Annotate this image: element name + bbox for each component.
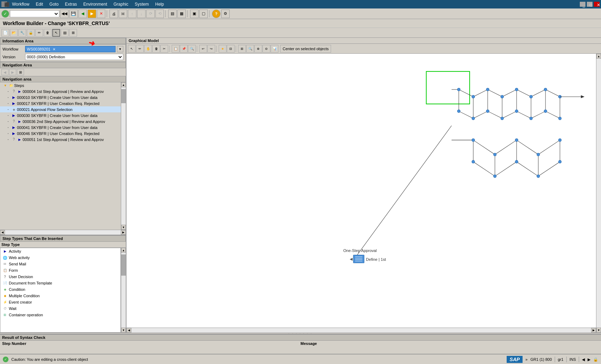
step-type-activity[interactable]: ▶ Activity: [0, 248, 120, 254]
g-zoom-btn[interactable]: 🔍: [246, 45, 254, 53]
forward-btn[interactable]: ▶: [88, 10, 96, 18]
save-btn[interactable]: 💾: [69, 10, 78, 18]
tree-item-7[interactable]: • ▶ 000046 SKYBFR | User Creation Req. R…: [0, 130, 121, 136]
find-btn[interactable]: H: [119, 10, 127, 18]
g-zoomin-btn[interactable]: ⊕: [254, 45, 262, 53]
scroll-up-btn[interactable]: ▲: [121, 82, 126, 87]
step-types-vscroll[interactable]: ▲ ▼: [121, 248, 126, 333]
rh-right[interactable]: ▶: [591, 328, 596, 333]
g-cut-btn[interactable]: ✂: [160, 45, 168, 53]
scroll-down-btn[interactable]: ▼: [121, 225, 126, 230]
menu-extras[interactable]: Extras: [62, 1, 80, 7]
back-btn[interactable]: ◀◀: [60, 10, 69, 18]
cancel-btn[interactable]: ✕: [97, 10, 105, 18]
menu-help[interactable]: Help: [152, 1, 167, 7]
status-nav-right[interactable]: ▶: [588, 357, 590, 362]
minimize-btn[interactable]: _: [580, 2, 585, 7]
menu-workflow[interactable]: Workflow: [9, 1, 32, 7]
tree-item-2[interactable]: • ▶ 000017 SKYBFR | User Creation Req. R…: [0, 100, 121, 106]
expand-btn[interactable]: ⊞: [69, 29, 77, 37]
hscroll-right[interactable]: ▶: [121, 230, 126, 235]
toolbar-select[interactable]: [10, 10, 59, 17]
g-undo-btn[interactable]: ↩: [199, 45, 207, 53]
nav-home-btn[interactable]: ⊞: [17, 69, 24, 75]
new-doc-btn[interactable]: 📄: [1, 29, 9, 37]
st-scroll-down[interactable]: ▼: [121, 328, 126, 333]
g-zoomout2-btn[interactable]: ⊖: [263, 45, 270, 53]
step-type-container[interactable]: ⊞ Container operation: [0, 312, 120, 318]
g-edit-btn[interactable]: ✏: [136, 45, 144, 53]
st-scroll-up[interactable]: ▲: [121, 248, 126, 253]
view-btn[interactable]: ▤: [61, 29, 69, 37]
tree-item-6[interactable]: • ▶ 000041 SKYBFR | Create User from Use…: [0, 124, 121, 130]
close-btn[interactable]: ✕: [594, 2, 600, 7]
step-type-user-decision[interactable]: ? User Decision: [0, 274, 120, 280]
tree-hscroll[interactable]: ◀ ▶: [0, 230, 126, 235]
version-select[interactable]: 0003 (0000) Definition: [25, 54, 123, 60]
g-select-btn[interactable]: ↖: [128, 45, 136, 53]
multi-btn[interactable]: ▣: [190, 10, 199, 18]
nav2-btn[interactable]: ↓: [137, 10, 146, 18]
back2-btn[interactable]: ◀: [78, 10, 87, 18]
menu-graphic[interactable]: Graphic: [111, 1, 131, 7]
config-btn[interactable]: ⚙: [221, 10, 230, 18]
g-zoom-out-btn[interactable]: ⊟: [227, 45, 235, 53]
step-type-form[interactable]: 📋 Form: [0, 267, 120, 274]
menu-system[interactable]: System: [132, 1, 152, 7]
tree-item-8[interactable]: • ? ▶ 000051 1st Step Approval | Review …: [0, 136, 121, 142]
g-overview-icon[interactable]: 📊: [271, 45, 278, 53]
workflow-input[interactable]: WS00389201 ✕: [25, 46, 116, 52]
tree-item-1[interactable]: • ▶ 000010 SKYBFR | Create User from Use…: [0, 94, 121, 100]
g-find-btn[interactable]: 🔍: [188, 45, 196, 53]
step-type-condition[interactable]: ◈ Condition: [0, 286, 120, 293]
tree-item-0[interactable]: • ? ▶ 000004 1st Step Approval | Review …: [0, 88, 121, 94]
maximize-btn[interactable]: □: [587, 2, 593, 7]
tree-scroll[interactable]: ▼ 📁 Steps • ? ▶ 000004 1st Step Approval…: [0, 82, 121, 230]
tree-item-3[interactable]: • ◆ 000021 Approval Flow Selection: [0, 106, 121, 112]
nav4-btn[interactable]: ⟲: [155, 10, 164, 18]
rv-down[interactable]: ▼: [596, 328, 601, 333]
g-redo-btn[interactable]: ↪: [207, 45, 215, 53]
nav1-btn[interactable]: ↑: [128, 10, 136, 18]
rh-left[interactable]: ◀: [126, 328, 131, 333]
g-paste-btn[interactable]: 📌: [180, 45, 188, 53]
g-fit-btn[interactable]: ⊞: [238, 45, 246, 53]
delete2-btn[interactable]: 🗑: [44, 29, 52, 37]
check-btn[interactable]: ✓: [1, 10, 9, 18]
tree-steps-folder[interactable]: ▼ 📁 Steps: [0, 82, 121, 88]
menu-goto[interactable]: Goto: [47, 1, 61, 7]
edit-btn[interactable]: ✏: [35, 29, 43, 37]
nav-back-btn[interactable]: ◀: [1, 69, 8, 75]
center-objects-btn[interactable]: Center on selected objects: [280, 45, 331, 53]
tree-item-4[interactable]: • ▶ 000030 SKYBFR | Create User from Use…: [0, 112, 121, 118]
g-highlight-btn[interactable]: ★: [219, 45, 226, 53]
lock-btn[interactable]: 🔒: [27, 29, 35, 37]
right-hscroll[interactable]: ◀ ▶: [126, 328, 596, 333]
layout1-btn[interactable]: ▤: [168, 10, 177, 18]
layout2-btn[interactable]: ▦: [177, 10, 186, 18]
status-nav-left[interactable]: ◀: [582, 357, 585, 362]
nav3-btn[interactable]: ⟳: [146, 10, 155, 18]
right-vscroll[interactable]: ▲ ▼: [596, 54, 601, 333]
g-copy-btn[interactable]: 📋: [172, 45, 179, 53]
step-type-doc-template[interactable]: 📄 Document from Template: [0, 280, 120, 286]
step-type-mail[interactable]: ✉ Send Mail: [0, 261, 120, 267]
hscroll-left[interactable]: ◀: [0, 230, 5, 235]
nav-fwd-btn[interactable]: ▶: [9, 69, 16, 75]
print-btn[interactable]: 🖨: [110, 10, 118, 18]
g-delete-btn[interactable]: 🗑: [152, 45, 160, 53]
single-btn[interactable]: ▢: [199, 10, 208, 18]
property-btn[interactable]: 🔧: [18, 29, 26, 37]
step-type-event[interactable]: ⚡ Event creator: [0, 299, 120, 305]
step-type-wait[interactable]: ⏱ Wait: [0, 305, 120, 312]
step-type-web[interactable]: 🌐 Web activity: [0, 254, 120, 261]
tree-item-5[interactable]: • ? ▶ 000036 2nd Step Approval | Review …: [0, 118, 121, 124]
step-type-multi-condition[interactable]: ◆ Multiple Condition: [0, 293, 120, 299]
open-btn[interactable]: 📂: [10, 29, 18, 37]
rv-up[interactable]: ▲: [596, 54, 601, 59]
g-grab-btn[interactable]: ✋: [144, 45, 152, 53]
cursor-btn[interactable]: ↖: [52, 29, 60, 37]
dropdown-btn[interactable]: ▼: [117, 46, 123, 52]
help-btn[interactable]: ?: [212, 10, 220, 18]
tree-vscroll[interactable]: ▲ ▼: [121, 82, 126, 230]
